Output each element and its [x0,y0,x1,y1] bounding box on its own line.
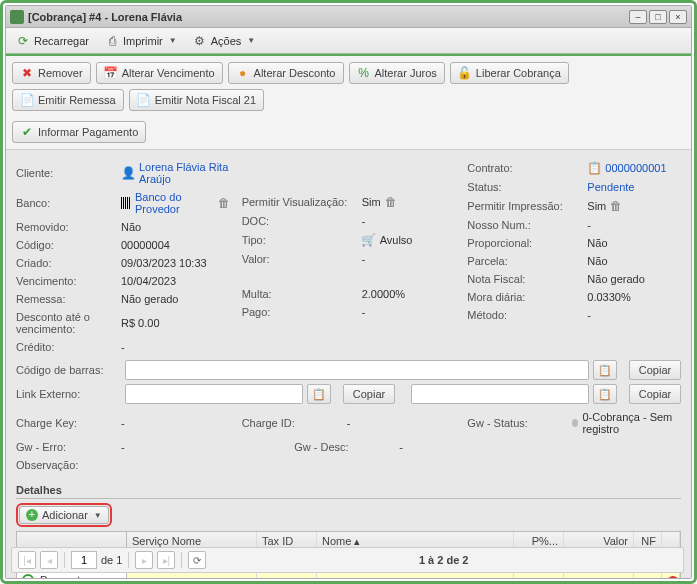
add-label: Adicionar [42,509,88,521]
reload-label: Recarregar [34,35,89,47]
page-first-button[interactable]: |◂ [18,551,36,569]
copy-icon-button[interactable]: 📋 [307,384,331,404]
copy-button[interactable]: Copiar [343,384,395,404]
cliente-link[interactable]: Lorena Flávia Rita Araújo [139,161,230,185]
label-perm-imp: Permitir Impressão: [467,197,587,215]
reload-button[interactable]: ⟳ Recarregar [10,32,95,50]
print-label: Imprimir [123,35,163,47]
close-button[interactable]: × [669,10,687,24]
cart-icon: 🛒 [362,233,376,247]
change-due-button[interactable]: 📅 Alterar Vencimento [96,62,223,84]
label-perm-vis: Permitir Visualização: [242,193,362,211]
cell-nf: 21 [634,573,662,579]
page-last-button[interactable]: ▸| [157,551,175,569]
label-doc: DOC: [242,212,362,230]
minimize-button[interactable]: – [629,10,647,24]
unlock-icon: 🔓 [458,66,472,80]
detalhes-header: Detalhes [16,480,681,499]
document-icon: 📄 [20,93,34,107]
label-charge-id: Charge ID: [242,414,347,432]
val-multa: 2.0000% [362,285,456,303]
label-banco: Banco: [16,194,121,212]
emit-nf-button[interactable]: 📄 Emitir Nota Fiscal 21 [129,89,264,111]
label-desc-ate: Desconto até o vencimento: [16,308,121,338]
page-prev-button[interactable]: ◂ [40,551,58,569]
maximize-button[interactable]: □ [649,10,667,24]
change-due-label: Alterar Vencimento [122,67,215,79]
reload-icon: ⟳ [16,34,30,48]
remove-button[interactable]: ✖ Remover [12,62,91,84]
label-tipo: Tipo: [242,231,362,249]
trash-icon[interactable]: 🗑 [385,195,397,209]
add-menu[interactable]: + Adicionar ▼ [19,506,109,524]
link-externo-input[interactable] [125,384,303,404]
label-removido: Removido: [16,218,121,236]
gear-icon: ⚙ [193,34,207,48]
cell-servico: Generico - Desconto [127,573,257,579]
calendar-icon: 📅 [104,66,118,80]
label-gw-desc: Gw - Desc: [294,438,399,456]
label-nf: Nota Fiscal: [467,270,587,288]
val-venc: 10/04/2023 [121,272,230,290]
val-codigo: 00000004 [121,236,230,254]
change-interest-button[interactable]: % Alterar Juros [349,62,445,84]
label-mora: Mora diária: [467,288,587,306]
page-number-input[interactable] [71,551,97,569]
val-observacao [121,462,681,468]
label-charge-key: Charge Key: [16,414,121,432]
val-charge-id: - [347,414,456,432]
main-toolbar: ⟳ Recarregar ⎙ Imprimir ▼ ⚙ Ações ▼ [6,28,691,54]
label-parcela: Parcela: [467,252,587,270]
window-title: [Cobrança] #4 - Lorena Flávia [28,11,629,23]
context-desconto-label: Desconto [40,574,86,578]
contract-icon: 📋 [587,161,601,175]
label-pago: Pago: [242,303,362,321]
chevron-down-icon: ▼ [94,511,102,520]
copy-icon-button[interactable]: 📋 [593,360,617,380]
link-externo-input-2[interactable] [411,384,589,404]
change-discount-button[interactable]: ● Alterar Desconto [228,62,344,84]
chevron-down-icon: ▼ [247,36,255,45]
label-prop: Proporcional: [467,234,587,252]
emit-nf-label: Emitir Nota Fiscal 21 [155,94,256,106]
banco-link[interactable]: Banco do Provedor [135,191,214,215]
status-link[interactable]: Pendente [587,178,681,196]
payment-icon: ✔ [20,125,34,139]
val-credito: - [121,338,230,356]
add-highlight: + Adicionar ▼ [16,503,112,527]
contrato-link[interactable]: 0000000001 [605,162,666,174]
label-multa: Multa: [242,285,362,303]
cell-nome: Generico - Desconto [317,573,514,579]
val-charge-key: - [121,414,230,432]
val-nf: Não gerado [587,270,681,288]
cell-valor: R$ -5,00 [564,573,634,579]
copy-button[interactable]: Copiar [629,360,681,380]
val-perm-imp: Sim [587,200,606,212]
label-status: Status: [467,178,587,196]
label-codigo: Código: [16,236,121,254]
remove-label: Remover [38,67,83,79]
val-nosso: - [587,216,681,234]
val-perm-vis: Sim [362,196,381,208]
emit-remit-button[interactable]: 📄 Emitir Remessa [12,89,124,111]
copy-icon-button[interactable]: 📋 [593,384,617,404]
label-vencimento: Vencimento: [16,272,121,290]
trash-icon[interactable]: 🗑 [218,196,230,210]
label-valor: Valor: [242,250,362,268]
label-gw-erro: Gw - Erro: [16,438,121,456]
codigo-barras-input[interactable] [125,360,589,380]
page-next-button[interactable]: ▸ [135,551,153,569]
row-remove-icon[interactable]: – [667,576,679,578]
val-remessa: Não gerado [121,290,230,308]
val-removido: Não [121,218,230,236]
actions-menu[interactable]: ⚙ Ações ▼ [187,32,262,50]
trash-icon[interactable]: 🗑 [610,199,622,213]
page-refresh-button[interactable]: ⟳ [188,551,206,569]
release-charge-button[interactable]: 🔓 Liberar Cobrança [450,62,569,84]
inform-payment-button[interactable]: ✔ Informar Pagamento [12,121,146,143]
printer-icon: ⎙ [105,34,119,48]
val-criado: 09/03/2023 10:33 [121,254,230,272]
status-dot-icon [572,419,578,427]
copy-button[interactable]: Copiar [629,384,681,404]
print-menu[interactable]: ⎙ Imprimir ▼ [99,32,183,50]
